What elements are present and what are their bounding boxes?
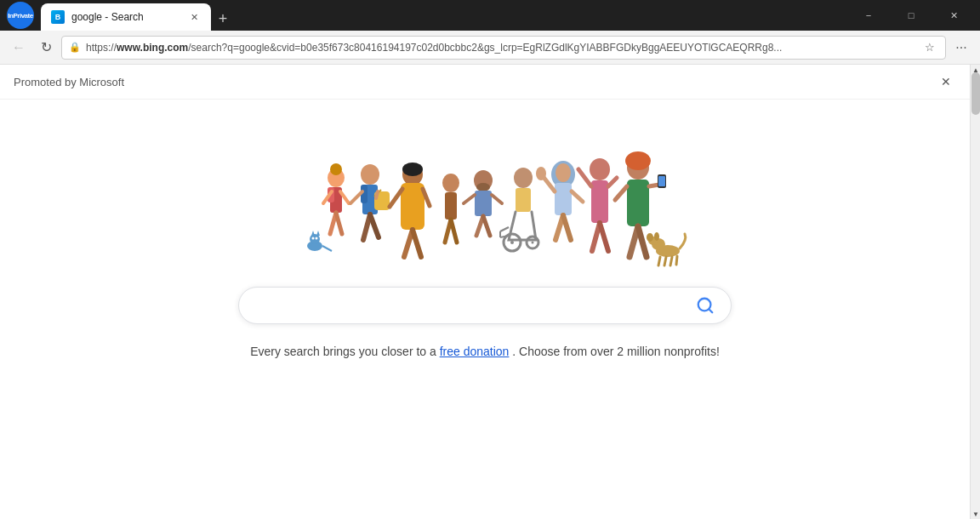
address-rest: /search?q=google&cvid=b0e35f673c80416194… (188, 42, 782, 54)
restore-button[interactable]: □ (892, 0, 931, 31)
svg-line-24 (350, 191, 362, 203)
new-tab-button[interactable]: + (211, 7, 235, 31)
address-prefix: https:// (86, 42, 117, 54)
svg-line-58 (563, 215, 571, 240)
scrollbar-arrow-down[interactable]: ▼ (971, 509, 980, 519)
svg-point-16 (361, 164, 379, 185)
svg-line-73 (615, 186, 627, 200)
svg-line-30 (413, 230, 421, 257)
more-icon: ··· (955, 40, 966, 55)
svg-rect-70 (627, 180, 649, 226)
search-input[interactable] (253, 298, 687, 313)
svg-line-87 (709, 309, 712, 312)
svg-rect-39 (475, 191, 492, 216)
svg-rect-56 (555, 183, 572, 215)
favorites-icon: ☆ (925, 41, 935, 54)
address-domain: www.bing.com (117, 42, 188, 54)
svg-point-27 (402, 163, 423, 176)
back-button[interactable]: ← (7, 36, 31, 60)
donation-message: Every search brings you closer to a free… (250, 345, 720, 358)
svg-line-42 (464, 195, 475, 203)
main-content: Promoted by Microsoft ✕ (0, 65, 970, 519)
svg-line-83 (664, 257, 666, 265)
people-illustration (281, 125, 689, 270)
svg-point-1 (330, 163, 342, 175)
content-area: Promoted by Microsoft ✕ (0, 65, 980, 519)
window-controls: − □ ✕ (849, 0, 973, 31)
search-icon (696, 296, 715, 315)
close-button[interactable]: ✕ (934, 0, 973, 31)
search-button[interactable] (693, 294, 717, 317)
svg-line-61 (572, 191, 583, 202)
svg-line-41 (483, 216, 490, 236)
svg-line-13 (322, 246, 332, 251)
address-text: https://www.bing.com/search?q=google&cvi… (86, 42, 916, 54)
svg-line-21 (370, 214, 379, 237)
svg-line-82 (658, 257, 660, 265)
search-box[interactable] (238, 287, 732, 324)
tab-bar: B google - Search ✕ + (41, 0, 842, 31)
profile-button[interactable]: InPrivate (7, 2, 34, 29)
svg-rect-19 (368, 185, 374, 203)
svg-line-50 (500, 227, 509, 231)
svg-line-72 (638, 226, 647, 257)
back-icon: ← (12, 40, 26, 55)
svg-point-14 (312, 237, 315, 240)
close-banner-button[interactable]: ✕ (936, 71, 956, 92)
svg-point-15 (316, 237, 318, 240)
donation-prefix: Every search brings you closer to a (250, 345, 440, 358)
address-bar[interactable]: 🔒 https://www.bing.com/search?q=google&c… (61, 36, 946, 60)
svg-line-25 (376, 191, 378, 198)
scrollbar-track: ▲ ▼ (970, 65, 980, 519)
svg-line-67 (608, 178, 617, 186)
svg-rect-45 (516, 188, 531, 212)
close-banner-icon: ✕ (941, 75, 951, 88)
refresh-icon: ↻ (41, 39, 52, 55)
svg-marker-12 (316, 231, 320, 236)
active-tab[interactable]: B google - Search ✕ (41, 3, 211, 31)
svg-point-60 (536, 167, 546, 180)
minimize-button[interactable]: − (849, 0, 888, 31)
svg-line-66 (578, 169, 591, 186)
navigation-bar: ← ↻ 🔒 https://www.bing.com/search?q=goog… (0, 31, 980, 65)
svg-rect-63 (591, 180, 608, 223)
svg-line-65 (600, 223, 608, 251)
svg-line-84 (670, 257, 672, 265)
svg-point-81 (654, 232, 659, 241)
svg-rect-76 (658, 176, 665, 186)
svg-line-52 (500, 236, 509, 237)
svg-line-36 (451, 220, 457, 242)
svg-rect-4 (334, 187, 341, 202)
svg-line-31 (390, 189, 402, 207)
svg-line-85 (676, 256, 677, 265)
svg-point-48 (510, 241, 514, 244)
promoted-text: Promoted by Microsoft (14, 76, 124, 88)
lock-icon: 🔒 (69, 42, 81, 53)
tab-title: google - Search (71, 11, 180, 23)
scrollbar-thumb[interactable] (971, 72, 980, 115)
svg-point-62 (590, 158, 610, 180)
title-bar: InPrivate B google - Search ✕ + − □ ✕ (0, 0, 980, 31)
svg-point-38 (476, 183, 490, 191)
svg-line-6 (336, 213, 342, 234)
donation-link[interactable]: free donation (440, 345, 510, 358)
svg-point-69 (625, 151, 651, 170)
profile-label: InPrivate (8, 12, 32, 20)
svg-rect-28 (401, 183, 424, 230)
settings-and-more-button[interactable]: ··· (949, 36, 973, 60)
illustration-svg (281, 125, 689, 270)
svg-marker-11 (311, 231, 315, 236)
svg-line-43 (492, 195, 502, 203)
svg-rect-34 (445, 192, 457, 220)
favorites-button[interactable]: ☆ (921, 39, 938, 56)
tab-favicon: B (51, 10, 65, 24)
svg-point-55 (556, 163, 571, 182)
donation-suffix: . Choose from over 2 million nonprofits! (512, 345, 720, 358)
svg-point-80 (647, 233, 653, 242)
svg-point-33 (442, 174, 459, 192)
svg-point-44 (514, 168, 533, 188)
refresh-button[interactable]: ↻ (34, 36, 58, 60)
promoted-banner: Promoted by Microsoft ✕ (0, 65, 970, 100)
tab-close-button[interactable]: ✕ (187, 10, 201, 24)
hero-illustration-area (0, 100, 970, 287)
